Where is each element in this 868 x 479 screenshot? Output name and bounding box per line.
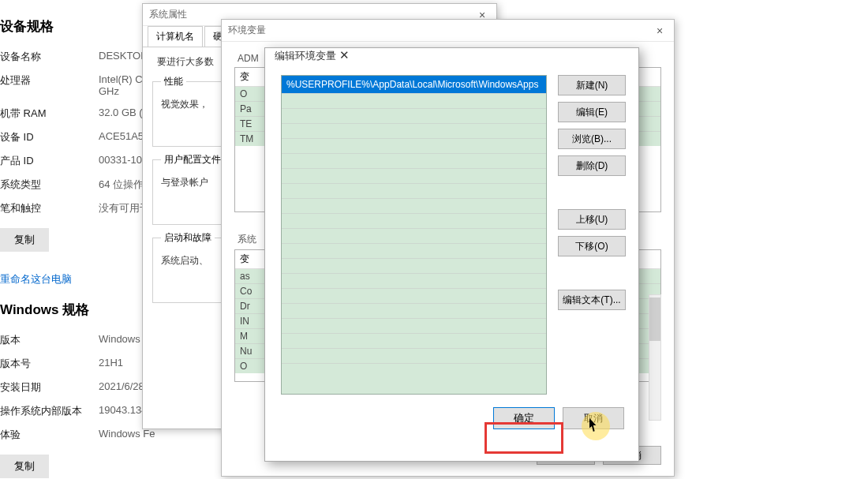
scrollbar[interactable] bbox=[649, 294, 661, 421]
move-down-button[interactable]: 下移(O) bbox=[558, 236, 626, 256]
spec-value: 2021/6/28 bbox=[99, 380, 144, 395]
performance-legend: 性能 bbox=[161, 75, 186, 88]
ok-button[interactable]: 确定 bbox=[493, 407, 555, 429]
spec-key: 笔和触控 bbox=[0, 201, 99, 215]
spec-value: Windows Fe bbox=[99, 428, 155, 442]
spec-key: 体验 bbox=[0, 428, 99, 442]
copy-device-spec-button[interactable]: 复制 bbox=[0, 228, 49, 252]
window-title: 编辑环境变量 bbox=[275, 50, 336, 62]
list-item-selected[interactable]: %USERPROFILE%\AppData\Local\Microsoft\Wi… bbox=[282, 76, 546, 93]
edit-button[interactable]: 编辑(E) bbox=[558, 102, 626, 122]
spec-key: 版本号 bbox=[0, 357, 99, 371]
spec-key: 设备 ID bbox=[0, 130, 99, 144]
startup-legend: 启动和故障 bbox=[161, 231, 215, 245]
window-titlebar: 环境变量 × bbox=[222, 20, 674, 42]
close-icon[interactable]: × bbox=[652, 24, 668, 37]
spec-key: 系统类型 bbox=[0, 178, 99, 192]
spec-key: 产品 ID bbox=[0, 154, 99, 168]
spec-key: 版本 bbox=[0, 333, 99, 347]
window-title: 环境变量 bbox=[228, 24, 266, 37]
path-entries-listbox[interactable]: %USERPROFILE%\AppData\Local\Microsoft\Wi… bbox=[281, 75, 547, 395]
browse-button[interactable]: 浏览(B)... bbox=[558, 129, 626, 149]
user-profiles-legend: 用户配置文件 bbox=[161, 153, 224, 167]
tab-computer-name[interactable]: 计算机名 bbox=[148, 26, 203, 47]
spec-key: 设备名称 bbox=[0, 50, 99, 64]
close-icon[interactable]: ✕ bbox=[339, 48, 350, 62]
edit-env-var-dialog: 编辑环境变量 ✕ %USERPROFILE%\AppData\Local\Mic… bbox=[264, 47, 639, 462]
cancel-button[interactable]: 取消 bbox=[563, 407, 624, 429]
spec-key: 操作系统内部版本 bbox=[0, 404, 99, 418]
side-button-column: 新建(N) 编辑(E) 浏览(B)... 删除(D) 上移(U) 下移(O) 编… bbox=[558, 75, 626, 395]
spec-key: 机带 RAM bbox=[0, 107, 99, 121]
delete-button[interactable]: 删除(D) bbox=[558, 155, 626, 176]
window-titlebar: 编辑环境变量 ✕ bbox=[265, 48, 638, 75]
spec-key: 处理器 bbox=[0, 73, 99, 97]
new-button[interactable]: 新建(N) bbox=[558, 75, 626, 95]
copy-windows-spec-button[interactable]: 复制 bbox=[0, 455, 49, 478]
spec-key: 安装日期 bbox=[0, 380, 99, 395]
edit-text-button[interactable]: 编辑文本(T)... bbox=[558, 290, 626, 310]
move-up-button[interactable]: 上移(U) bbox=[558, 209, 626, 230]
spec-value: 21H1 bbox=[99, 357, 123, 371]
window-title: 系统属性 bbox=[149, 8, 187, 21]
rename-pc-link[interactable]: 重命名这台电脑 bbox=[0, 272, 72, 286]
